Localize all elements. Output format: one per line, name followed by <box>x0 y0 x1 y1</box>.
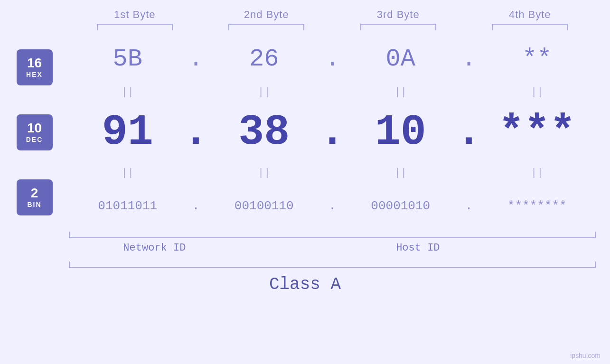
eq2-b2: || <box>206 167 323 179</box>
bin-dot3: . <box>460 199 479 213</box>
hex-badge: 16 HEX <box>17 49 53 85</box>
main-container: 1st Byte 2nd Byte 3rd Byte 4th Byte 16 H… <box>0 0 610 364</box>
class-label: Class A <box>0 275 610 294</box>
eq1-b2: || <box>206 86 323 98</box>
rows-area: 16 HEX 10 DEC 2 BIN 5B . <box>0 35 610 230</box>
bracket1-container <box>69 24 201 30</box>
dec-row: 91 . 38 . 10 . *** <box>69 102 596 163</box>
outer-bracket <box>69 261 596 268</box>
dec-b4-cell: *** <box>479 108 596 157</box>
bin-byte4: ******** <box>507 199 567 213</box>
bin-dot2: . <box>323 199 342 213</box>
bracket2-container <box>201 24 333 30</box>
equals-row-1: || || || || <box>69 83 596 102</box>
badges-column: 16 HEX 10 DEC 2 BIN <box>0 35 69 230</box>
bin-b1-cell: 01011011 <box>69 199 187 213</box>
host-id-bracket <box>240 232 596 238</box>
dec-byte4: *** <box>498 108 575 157</box>
bin-b4-cell: ******** <box>479 199 596 213</box>
byte-headers: 1st Byte 2nd Byte 3rd Byte 4th Byte <box>69 0 596 21</box>
bin-byte2: 00100110 <box>235 199 294 213</box>
dec-badge: 10 DEC <box>17 114 53 150</box>
bracket4-container <box>464 24 596 30</box>
bracket3-container <box>332 24 464 30</box>
dec-dot1: . <box>187 108 206 157</box>
bin-b3-cell: 00001010 <box>342 199 460 213</box>
bin-badge: 2 BIN <box>17 179 53 215</box>
hex-dot3: . <box>460 45 479 73</box>
bracket4 <box>492 24 568 30</box>
hex-badge-number: 16 <box>27 56 42 70</box>
network-id-label: Network ID <box>69 242 240 254</box>
hex-dot2: . <box>323 45 342 73</box>
byte2-header: 2nd Byte <box>201 9 333 21</box>
hex-row: 5B . 26 . 0A . ** <box>69 35 596 83</box>
hex-b4-cell: ** <box>479 45 596 73</box>
eq2-b3: || <box>342 167 460 179</box>
dec-dot2: . <box>323 108 342 157</box>
byte4-header: 4th Byte <box>464 9 596 21</box>
hex-badge-label: HEX <box>26 71 43 78</box>
hex-b1-cell: 5B <box>69 45 187 73</box>
bracket1 <box>97 24 173 30</box>
host-id-label: Host ID <box>240 242 596 254</box>
dec-byte2: 38 <box>238 108 290 157</box>
bin-row: 01011011 . 00100110 . 00001010 . <box>69 182 596 230</box>
dec-badge-label: DEC <box>26 136 43 143</box>
bin-byte3: 00001010 <box>371 199 430 213</box>
dec-b1-cell: 91 <box>69 108 187 157</box>
top-brackets <box>69 24 596 30</box>
bin-byte1: 01011011 <box>98 199 157 213</box>
hex-byte1: 5B <box>113 45 142 73</box>
dec-b2-cell: 38 <box>206 108 323 157</box>
equals-row-2: || || || || <box>69 163 596 182</box>
eq1-b4: || <box>479 86 596 98</box>
bracket3 <box>360 24 436 30</box>
bin-dot1: . <box>187 199 206 213</box>
dec-badge-number: 10 <box>27 121 42 135</box>
dec-byte3: 10 <box>375 108 426 157</box>
eq2-b1: || <box>69 167 187 179</box>
eq1-b3: || <box>342 86 460 98</box>
hex-b2-cell: 26 <box>206 45 323 73</box>
bracket2 <box>228 24 304 30</box>
bin-b2-cell: 00100110 <box>206 199 323 213</box>
hex-byte3: 0A <box>386 45 415 73</box>
bottom-brackets <box>69 232 596 238</box>
eq2-b4: || <box>479 167 596 179</box>
hex-byte4: ** <box>522 45 552 73</box>
bin-badge-label: BIN <box>27 201 41 208</box>
hex-dot1: . <box>187 45 206 73</box>
dec-dot3: . <box>460 108 479 157</box>
bin-badge-number: 2 <box>31 187 38 200</box>
bottom-labels: Network ID Host ID <box>69 242 596 254</box>
hex-byte2: 26 <box>249 45 279 73</box>
dec-b3-cell: 10 <box>342 108 460 157</box>
dec-byte1: 91 <box>102 108 153 157</box>
data-columns: 5B . 26 . 0A . ** <box>69 35 596 230</box>
byte3-header: 3rd Byte <box>332 9 464 21</box>
network-id-bracket <box>69 232 240 238</box>
byte1-header: 1st Byte <box>69 9 201 21</box>
watermark: ipshu.com <box>570 352 601 359</box>
eq1-b1: || <box>69 86 187 98</box>
hex-b3-cell: 0A <box>342 45 460 73</box>
